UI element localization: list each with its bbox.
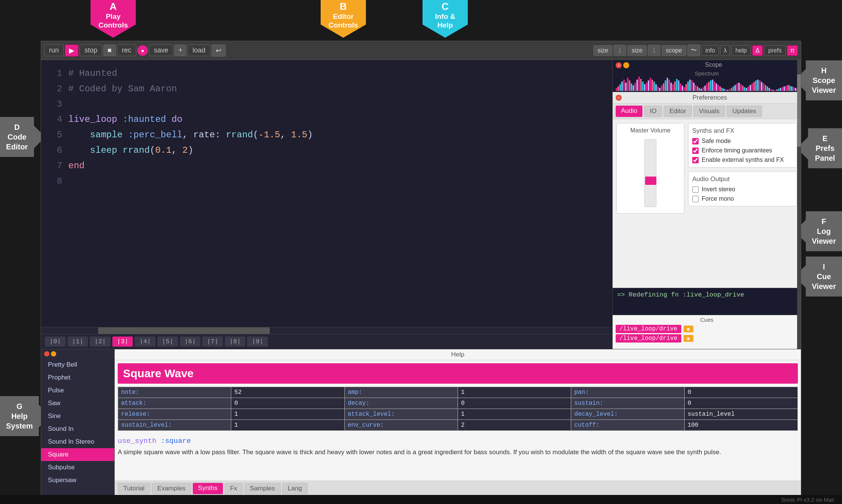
- help-nav-minimize[interactable]: [51, 351, 56, 356]
- help-nav-close-x[interactable]: [44, 351, 49, 356]
- pi-button[interactable]: π: [787, 45, 798, 56]
- help-nav-item-sine[interactable]: Sine: [41, 410, 114, 423]
- help-nav-item-saw[interactable]: Saw: [41, 397, 114, 410]
- prefs-close-btn[interactable]: ✕: [616, 95, 622, 101]
- prefs-title: Preferences: [693, 94, 727, 101]
- size-button-2[interactable]: size: [627, 45, 646, 56]
- scope-close-x[interactable]: ✕: [616, 62, 622, 68]
- cue-item-1: /live_loop/drive ▣: [616, 325, 798, 333]
- code-line-7: 7end: [49, 158, 605, 174]
- help-tb-button[interactable]: help: [731, 45, 751, 56]
- tab-5[interactable]: |5|: [157, 337, 178, 347]
- help-nav-item-supersaw[interactable]: Supersaw: [41, 474, 114, 487]
- code-line-4: 4live_loop :haunted do: [49, 112, 605, 128]
- help-tab-examples[interactable]: Examples: [152, 483, 191, 494]
- side-g-letter: G: [6, 401, 33, 411]
- tab-1[interactable]: |1|: [68, 337, 88, 347]
- tab-6[interactable]: |6|: [180, 337, 201, 347]
- enable-external-row: Enable external synths and FX: [692, 157, 793, 163]
- help-nav-item-sound-in[interactable]: Sound In: [41, 423, 114, 435]
- tab-4[interactable]: |4|: [135, 337, 155, 347]
- safe-mode-checkbox[interactable]: [692, 138, 699, 144]
- help-content: Help Square Wave note: 52 amp: 1 pan: 0 …: [115, 349, 801, 496]
- cue-viewer: Cues /live_loop/drive ▣ /live_loop/drive…: [613, 315, 801, 349]
- arrow-c-label: Info &Help: [435, 12, 455, 30]
- play-icon-button[interactable]: ▶: [65, 45, 78, 57]
- help-tabs-bottom: Tutorial Examples Synths Fx Samples Lang: [115, 481, 801, 496]
- help-nav-item-square[interactable]: Square: [41, 448, 114, 461]
- help-nav-item-prophet[interactable]: Prophet: [41, 371, 114, 384]
- tab-7[interactable]: |7|: [202, 337, 223, 347]
- run-button[interactable]: run: [44, 45, 64, 56]
- tab-0[interactable]: |0|: [45, 337, 66, 347]
- h-scrollbar[interactable]: [41, 327, 612, 334]
- log-viewer: => Redefining fn :live_loop_drive: [613, 288, 801, 315]
- size-adj-2[interactable]: ⋮: [648, 45, 661, 56]
- tab-3[interactable]: |3|: [112, 337, 133, 347]
- prefs-tab-audio[interactable]: Audio: [616, 106, 642, 117]
- help-nav-item-subpulse[interactable]: Subpulse: [41, 461, 114, 474]
- code-editor[interactable]: 1# Haunted 2# Coded by Sam Aaron 3 4live…: [41, 60, 612, 327]
- cue-icon-2: ▣: [684, 335, 693, 342]
- code-line-8: 8: [49, 174, 605, 189]
- side-e-letter: E: [814, 134, 836, 143]
- app-window: run ▶ stop ■ rec ● save + load ↩ size ⋮ …: [41, 41, 801, 496]
- save-button[interactable]: save: [149, 45, 173, 56]
- volume-slider-thumb[interactable]: [645, 177, 656, 185]
- scope-viewer: ✕ Scope Spectrum: [613, 60, 801, 92]
- right-scrollbar[interactable]: [797, 60, 801, 349]
- add-button[interactable]: +: [174, 45, 187, 56]
- prefs-tab-updates[interactable]: Updates: [727, 106, 762, 117]
- scope-title: Scope: [705, 61, 722, 68]
- rec-icon-button[interactable]: ●: [137, 45, 148, 56]
- side-label-h: H ScopeViewer: [794, 60, 842, 100]
- help-tab-lang[interactable]: Lang: [282, 483, 308, 494]
- safe-mode-label: Safe mode: [702, 138, 731, 144]
- size-button-1[interactable]: size: [593, 45, 612, 56]
- info-button[interactable]: info: [701, 45, 719, 56]
- help-tab-fx[interactable]: Fx: [224, 483, 243, 494]
- arrow-b[interactable]: B EditorControls: [321, 0, 366, 38]
- help-nav-item-pulse[interactable]: Pulse: [41, 384, 114, 397]
- scope-button[interactable]: scope: [662, 45, 686, 56]
- delta-button[interactable]: Δ: [752, 45, 763, 56]
- use-synth-line: use_synth :square: [115, 434, 801, 447]
- stop-icon-button[interactable]: ■: [103, 45, 116, 56]
- help-tab-tutorial[interactable]: Tutorial: [118, 483, 150, 494]
- scope-minimize[interactable]: [623, 62, 629, 68]
- tab-8[interactable]: |8|: [225, 337, 246, 347]
- tab-2[interactable]: |2|: [90, 337, 111, 347]
- invert-stereo-checkbox[interactable]: [692, 186, 699, 193]
- cue-icon-1: ▣: [684, 326, 693, 332]
- prefs-tab-editor[interactable]: Editor: [664, 106, 691, 117]
- prefs-tabs: Audio IO Editor Visuals Updates: [613, 104, 801, 119]
- prefs-button[interactable]: prefs: [764, 45, 786, 56]
- enable-external-checkbox[interactable]: [692, 157, 699, 163]
- size-adj-1[interactable]: ⋮: [613, 45, 626, 56]
- help-tab-samples[interactable]: Samples: [244, 483, 281, 494]
- tab-9[interactable]: |9|: [247, 337, 268, 347]
- synths-fx-title: Synths and FX: [692, 127, 793, 135]
- params-table: note: 52 amp: 1 pan: 0 attack: 0 decay: …: [118, 387, 798, 431]
- stop-button[interactable]: stop: [80, 45, 102, 56]
- help-nav-item-pretty-bell[interactable]: Pretty Bell: [41, 358, 114, 371]
- rec-button[interactable]: rec: [117, 45, 136, 56]
- code-line-6: 6 sleep rrand(0.1, 2): [49, 143, 605, 158]
- prefs-tab-io[interactable]: IO: [644, 106, 662, 117]
- lambda-button[interactable]: λ: [720, 45, 730, 56]
- arrow-a-label: PlayControls: [98, 12, 128, 30]
- side-label-i: I CueViewer: [794, 257, 842, 297]
- prefs-panel: ✕ Preferences Audio IO Editor Visuals Up…: [613, 92, 801, 288]
- scope-wave-button[interactable]: 〜: [687, 45, 700, 56]
- force-mono-checkbox[interactable]: [692, 196, 699, 202]
- help-nav-item-sound-in-stereo[interactable]: Sound In Stereo: [41, 435, 114, 448]
- load-button[interactable]: load: [187, 45, 210, 56]
- help-content-title: Help: [115, 349, 801, 360]
- load-icon-button[interactable]: ↩: [212, 45, 226, 57]
- enforce-timing-checkbox[interactable]: [692, 148, 699, 154]
- help-tab-synths[interactable]: Synths: [193, 483, 223, 494]
- arrow-a[interactable]: A PlayControls: [91, 0, 136, 38]
- side-f-letter: F: [812, 217, 836, 226]
- prefs-tab-visuals[interactable]: Visuals: [693, 106, 725, 117]
- arrow-c[interactable]: C Info &Help: [423, 0, 468, 38]
